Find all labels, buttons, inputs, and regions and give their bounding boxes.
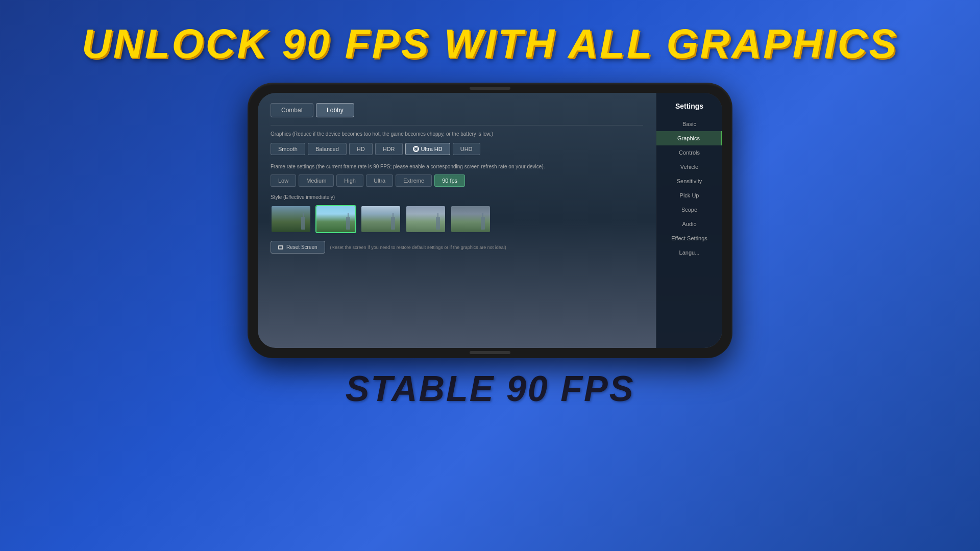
framerate-buttons: Low Medium High Ultra Extreme 90 fps: [271, 174, 643, 187]
quality-ultra-hd[interactable]: ⊙ Ultra HD: [405, 143, 450, 155]
quality-ultra-hd-label: Ultra HD: [421, 146, 443, 152]
style-thumb-3[interactable]: [360, 205, 401, 233]
tab-combat[interactable]: Combat: [271, 103, 313, 117]
quality-hdr[interactable]: HDR: [375, 143, 403, 155]
phone-notch-top: [470, 87, 510, 90]
tower-icon-2: [346, 217, 350, 230]
main-content: Combat Lobby Graphics (Reduce if the dev…: [258, 93, 656, 348]
style-thumb-1-inner: [272, 206, 310, 232]
tower-icon-4: [436, 217, 440, 230]
sidebar-item-sensitivity[interactable]: Sensitivity: [656, 174, 722, 188]
reset-button-label: Reset Screen: [286, 244, 317, 250]
reset-description: (Reset the screen if you need to restore…: [330, 245, 643, 250]
phone-wrapper: Combat Lobby Graphics (Reduce if the dev…: [0, 83, 980, 358]
fps-high[interactable]: High: [336, 174, 363, 187]
settings-sidebar: Settings Basic Graphics Controls Vehicle…: [656, 93, 722, 348]
fps-medium[interactable]: Medium: [299, 174, 334, 187]
sidebar-item-audio[interactable]: Audio: [656, 217, 722, 231]
fps-extreme[interactable]: Extreme: [396, 174, 432, 187]
style-thumb-5-inner: [451, 206, 490, 232]
style-thumb-1[interactable]: [271, 205, 311, 233]
page-container: UNLOCK 90 FPS WITH ALL GRAPHICS Combat L…: [0, 0, 980, 551]
fps-low[interactable]: Low: [271, 174, 296, 187]
style-thumb-2[interactable]: [315, 205, 356, 233]
sidebar-item-scope[interactable]: Scope: [656, 203, 722, 217]
fps-ultra[interactable]: Ultra: [366, 174, 393, 187]
tower-icon-3: [391, 217, 395, 230]
sidebar-item-controls[interactable]: Controls: [656, 145, 722, 160]
quality-buttons: Smooth Balanced HD HDR ⊙ Ultra HD UHD: [271, 143, 643, 155]
quality-smooth[interactable]: Smooth: [271, 143, 305, 155]
title-top: UNLOCK 90 FPS WITH ALL GRAPHICS: [0, 0, 980, 67]
fps-90[interactable]: 90 fps: [434, 174, 465, 187]
settings-title: Settings: [656, 98, 722, 114]
sidebar-item-effect[interactable]: Effect Settings: [656, 231, 722, 245]
reset-icon: [278, 245, 283, 249]
divider-1: [271, 125, 643, 126]
phone-notch-bottom: [470, 351, 510, 354]
quality-balanced[interactable]: Balanced: [308, 143, 347, 155]
framerate-label: Frame rate settings (the current frame r…: [271, 163, 643, 170]
title-bottom: STABLE 90 FPS: [0, 358, 980, 409]
reset-screen-button[interactable]: Reset Screen: [271, 241, 325, 254]
phone-device: Combat Lobby Graphics (Reduce if the dev…: [248, 83, 732, 358]
sidebar-item-lang[interactable]: Langu...: [656, 245, 722, 260]
quality-uhd[interactable]: UHD: [453, 143, 480, 155]
phone-screen: Combat Lobby Graphics (Reduce if the dev…: [258, 93, 722, 348]
style-thumb-4[interactable]: [405, 205, 446, 233]
tab-lobby[interactable]: Lobby: [316, 103, 354, 117]
sidebar-item-pickup[interactable]: Pick Up: [656, 188, 722, 203]
style-label: Style (Effective immediately): [271, 194, 643, 200]
tower-icon-5: [481, 217, 485, 230]
style-thumb-2-inner: [316, 206, 355, 232]
sidebar-item-graphics[interactable]: Graphics: [656, 131, 722, 145]
graphics-label: Graphics (Reduce if the device becomes t…: [271, 131, 643, 138]
tower-icon-1: [301, 217, 305, 230]
reset-row: Reset Screen (Reset the screen if you ne…: [271, 241, 643, 254]
quality-hd[interactable]: HD: [349, 143, 373, 155]
style-thumb-3-inner: [361, 206, 400, 232]
sidebar-item-basic[interactable]: Basic: [656, 117, 722, 131]
tabs-row: Combat Lobby: [271, 103, 643, 117]
sidebar-item-vehicle[interactable]: Vehicle: [656, 160, 722, 174]
style-thumbnails: [271, 205, 643, 233]
style-thumb-5[interactable]: [450, 205, 491, 233]
ultra-hd-icon: ⊙: [413, 146, 419, 152]
style-thumb-4-inner: [406, 206, 445, 232]
